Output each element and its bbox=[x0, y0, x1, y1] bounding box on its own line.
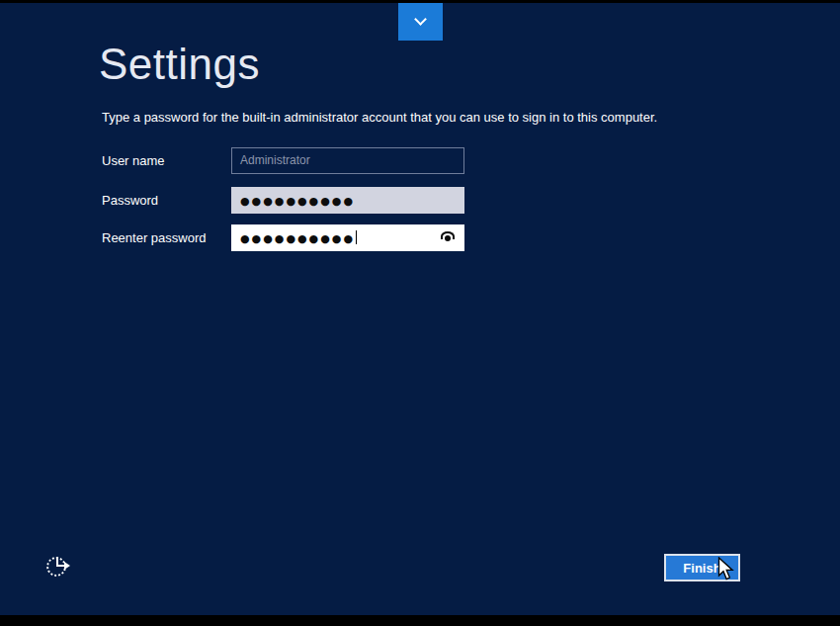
ease-of-access-icon[interactable] bbox=[46, 554, 70, 580]
reenter-password-masked-value: ●●●●●●●●●● bbox=[240, 232, 355, 245]
reenter-password-input[interactable]: ●●●●●●●●●● bbox=[231, 224, 464, 251]
chevron-down-icon bbox=[414, 13, 427, 26]
text-caret bbox=[356, 230, 357, 244]
password-input[interactable]: ●●●●●●●●●● bbox=[231, 187, 464, 214]
instruction-text: Type a password for the built-in adminis… bbox=[102, 110, 657, 125]
eye-ball bbox=[445, 235, 451, 241]
setup-background bbox=[0, 3, 840, 615]
ease-of-access-arrow-head bbox=[64, 562, 70, 570]
finish-button[interactable]: Finish bbox=[664, 554, 740, 581]
screen: Settings Type a password for the built-i… bbox=[0, 0, 840, 626]
page-title: Settings bbox=[99, 40, 260, 89]
reenter-password-row: Reenter password ●●●●●●●●●● bbox=[102, 224, 695, 251]
username-row: User name Administrator bbox=[102, 147, 695, 174]
language-options-dropdown-button[interactable] bbox=[398, 3, 443, 41]
password-label: Password bbox=[102, 187, 158, 214]
password-masked-value: ●●●●●●●●●● bbox=[240, 195, 355, 208]
reenter-password-label: Reenter password bbox=[102, 224, 207, 251]
username-label: User name bbox=[102, 147, 165, 174]
password-row: Password ●●●●●●●●●● bbox=[102, 187, 695, 214]
username-input: Administrator bbox=[231, 147, 464, 174]
eye-icon[interactable] bbox=[440, 231, 456, 245]
